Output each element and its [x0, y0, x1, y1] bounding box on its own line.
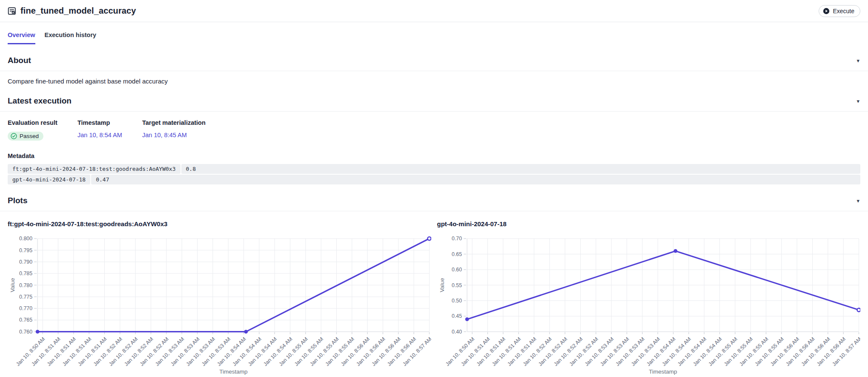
about-heading: About: [8, 56, 31, 65]
metadata-row: ft:gpt-4o-mini-2024-07-18:test:goodreads…: [8, 164, 860, 174]
line-chart-finetuned[interactable]: 0.7600.7650.7700.7750.7800.7850.7900.795…: [8, 231, 431, 377]
y-tick-label: 0.775: [19, 294, 32, 300]
y-tick-label: 0.760: [19, 329, 32, 335]
check-circle-icon: [11, 133, 17, 139]
y-axis-title: Value: [9, 278, 16, 293]
latest-execution-section-header: Latest execution ▾: [0, 96, 868, 106]
y-tick-label: 0.795: [19, 247, 32, 253]
header: fine_tuned_model_accuracy Execute: [0, 0, 868, 22]
chart-title: ft:gpt-4o-mini-2024-07-18:test:goodreads…: [8, 220, 431, 227]
about-description: Compare fine-tuned model against base mo…: [0, 78, 868, 85]
latest-execution-collapse-icon[interactable]: ▾: [856, 98, 860, 105]
y-tick-label: 0.765: [19, 317, 32, 323]
about-collapse-icon[interactable]: ▾: [856, 57, 860, 64]
page-title: fine_tuned_model_accuracy: [20, 6, 136, 16]
evaluation-result-label: Evaluation result: [8, 119, 77, 126]
line-chart-base[interactable]: 0.400.450.500.550.600.650.70Jan 10, 8:50…: [437, 231, 861, 377]
status-badge-label: Passed: [20, 133, 39, 139]
metadata-key: ft:gpt-4o-mini-2024-07-18:test:goodreads…: [8, 164, 180, 174]
metadata-key: gpt-4o-mini-2024-07-18: [8, 175, 90, 184]
chart-card-base: gpt-4o-mini-2024-07-18 0.400.450.500.550…: [437, 212, 861, 377]
divider: [0, 111, 868, 112]
plots-section-header: Plots ▾: [0, 196, 868, 205]
y-tick-label: 0.800: [19, 236, 32, 242]
execute-label: Execute: [833, 8, 854, 14]
target-materialization-column: Target materialization Jan 10, 8:45 AM: [142, 119, 860, 141]
y-tick-label: 0.50: [451, 298, 461, 304]
y-tick-label: 0.40: [451, 329, 461, 335]
chart-title: gpt-4o-mini-2024-07-18: [437, 220, 861, 227]
y-tick-label: 0.45: [451, 313, 461, 319]
chart-card-finetuned: ft:gpt-4o-mini-2024-07-18:test:goodreads…: [8, 212, 431, 377]
metadata-row: gpt-4o-mini-2024-07-18 0.47: [8, 175, 860, 184]
about-section: About ▾ Compare fine-tuned model against…: [0, 56, 868, 85]
divider: [0, 71, 868, 71]
timestamp-label: Timestamp: [77, 119, 142, 126]
play-circle-icon: [823, 8, 830, 14]
y-tick-label: 0.780: [19, 282, 32, 288]
y-tick-label: 0.785: [19, 271, 32, 276]
tab-overview[interactable]: Overview: [8, 32, 35, 44]
evaluation-result-column: Evaluation result Passed: [8, 119, 77, 141]
charts-row: ft:gpt-4o-mini-2024-07-18:test:goodreads…: [0, 212, 868, 377]
timestamp-column: Timestamp Jan 10, 8:54 AM: [77, 119, 142, 141]
timestamp-link[interactable]: Jan 10, 8:54 AM: [77, 132, 122, 138]
page: fine_tuned_model_accuracy Execute Overvi…: [0, 0, 868, 377]
y-axis-title: Value: [439, 278, 445, 293]
y-tick-label: 0.770: [19, 305, 32, 311]
title-wrap: fine_tuned_model_accuracy: [8, 6, 136, 16]
x-axis-title: Timestamp: [649, 368, 677, 375]
about-section-header: About ▾: [0, 56, 868, 65]
y-tick-label: 0.70: [451, 236, 461, 242]
y-tick-label: 0.60: [451, 267, 461, 273]
plots-heading: Plots: [8, 196, 27, 205]
tab-bar: Overview Execution history: [0, 32, 868, 44]
status-badge: Passed: [8, 132, 43, 141]
target-materialization-label: Target materialization: [142, 119, 860, 126]
metadata-value: 0.8: [181, 164, 860, 174]
checklist-icon: [8, 7, 16, 15]
latest-execution-columns: Evaluation result Passed Timestamp: [0, 119, 868, 141]
execute-button[interactable]: Execute: [819, 5, 860, 17]
metadata-heading: Metadata: [0, 153, 868, 159]
metadata-table: ft:gpt-4o-mini-2024-07-18:test:goodreads…: [8, 164, 860, 184]
metadata-value: 0.47: [91, 175, 860, 184]
y-tick-label: 0.790: [19, 259, 32, 265]
y-tick-label: 0.65: [451, 251, 461, 257]
y-tick-label: 0.55: [451, 282, 461, 288]
x-axis-title: Timestamp: [219, 368, 247, 375]
plots-collapse-icon[interactable]: ▾: [856, 197, 860, 204]
divider: [0, 211, 868, 211]
target-materialization-link[interactable]: Jan 10, 8:45 AM: [142, 132, 187, 138]
latest-execution-section: Latest execution ▾ Evaluation result Pas…: [0, 96, 868, 184]
latest-execution-heading: Latest execution: [8, 96, 72, 106]
tab-execution-history[interactable]: Execution history: [45, 32, 97, 44]
plots-section: Plots ▾ ft:gpt-4o-mini-2024-07-18:test:g…: [0, 196, 868, 377]
